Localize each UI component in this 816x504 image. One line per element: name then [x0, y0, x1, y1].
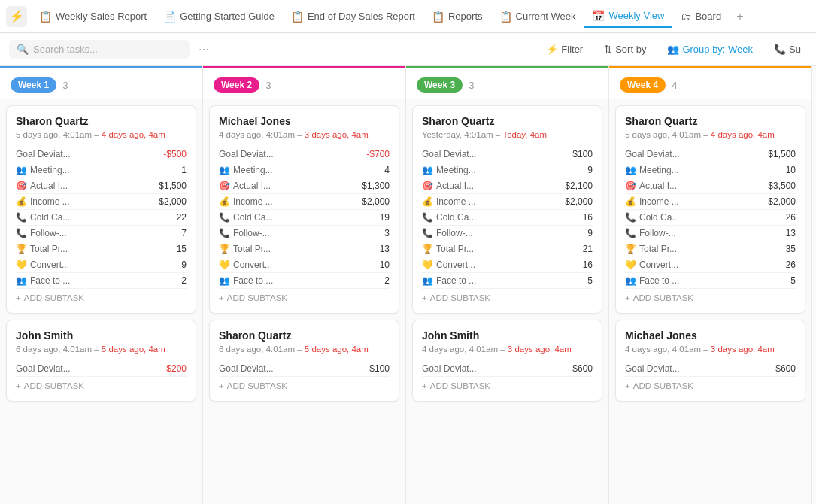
card-row-label: Goal Deviat...	[422, 363, 477, 374]
row-icon: 🎯	[219, 181, 230, 191]
task-card[interactable]: Sharon Quartz5 days ago, 4:01am – 4 days…	[615, 105, 805, 314]
subtask-button[interactable]: 📞 Su	[768, 41, 807, 58]
card-row-label: 👥Face to ...	[16, 275, 70, 286]
group-icon: 👥	[667, 44, 679, 55]
task-card[interactable]: John Smith4 days ago, 4:01am – 3 days ag…	[412, 320, 602, 402]
row-label-text: Actual I...	[639, 181, 677, 191]
search-box[interactable]: 🔍 Search tasks...	[9, 40, 190, 59]
tab-label: Getting Started Guide	[180, 11, 275, 22]
card-row-label: 📞Cold Ca...	[422, 212, 476, 223]
tab-reports[interactable]: 📋 Reports	[424, 6, 490, 27]
count-badge: 3	[265, 80, 271, 91]
card-row-value: $100	[572, 149, 593, 159]
tab-icon: 🗂	[681, 11, 691, 23]
task-card[interactable]: Sharon QuartzYesterday, 4:01am – Today, …	[412, 105, 602, 314]
tab-end-of-day[interactable]: 📋 End of Day Sales Report	[284, 6, 423, 27]
card-name: Michael Jones	[625, 329, 796, 342]
card-data-row: 👥Meeting...10	[625, 162, 796, 178]
tab-label: Reports	[448, 11, 483, 22]
sort-button[interactable]: ⇅ Sort by	[598, 41, 652, 58]
add-subtask-button[interactable]: + ADD SUBTASK	[219, 377, 390, 392]
card-row-label: 📞Follow-...	[219, 228, 270, 238]
task-card[interactable]: Sharon Quartz6 days ago, 4:01am – 5 days…	[209, 320, 399, 402]
card-row-value: 10	[786, 165, 796, 175]
card-row-value: 16	[583, 212, 593, 223]
card-row-value: 35	[786, 244, 796, 254]
tab-icon: 📋	[39, 11, 52, 23]
date-end: 3 days ago, 4am	[711, 345, 775, 354]
task-card[interactable]: Sharon Quartz5 days ago, 4:01am – 4 days…	[6, 105, 196, 314]
date-end: 4 days ago, 4am	[102, 130, 165, 139]
card-data-row: 👥Meeting...9	[422, 162, 593, 178]
add-subtask-button[interactable]: + ADD SUBTASK	[422, 289, 593, 304]
date-start: 4 days ago, 4:01am –	[422, 345, 508, 354]
more-options-button[interactable]: ···	[196, 43, 211, 56]
tab-board[interactable]: 🗂 Board	[673, 6, 729, 27]
card-data-row: 💰Income ...$2,000	[422, 194, 593, 210]
card-name: John Smith	[16, 329, 187, 342]
card-row-label: 👥Face to ...	[625, 275, 679, 286]
add-subtask-label: ADD SUBTASK	[227, 381, 287, 390]
add-subtask-button[interactable]: + ADD SUBTASK	[16, 289, 187, 304]
card-row-value: 13	[786, 228, 796, 238]
add-subtask-button[interactable]: + ADD SUBTASK	[625, 289, 796, 304]
count-badge: 3	[469, 80, 474, 91]
row-icon: 🏆	[219, 244, 230, 254]
card-row-value: $600	[572, 363, 593, 374]
card-row-label: 📞Follow-...	[625, 228, 676, 238]
plus-icon: +	[625, 381, 630, 390]
column-week-2: Week 23Michael Jones4 days ago, 4:01am –…	[203, 66, 406, 504]
tab-icon: 📄	[163, 11, 176, 23]
card-row-value: 10	[380, 260, 390, 270]
card-data-row: 🏆Total Pr...35	[625, 241, 796, 257]
tab-icon: 📋	[291, 11, 304, 23]
row-icon: 📞	[625, 228, 636, 238]
row-label-text: Cold Ca...	[30, 212, 70, 223]
filter-button[interactable]: ⚡ Filter	[540, 41, 589, 58]
card-row-label: Goal Deviat...	[16, 149, 71, 159]
group-by-button[interactable]: 👥 Group by: Week	[661, 41, 759, 58]
row-label-text: Goal Deviat...	[219, 363, 274, 374]
card-date: 5 days ago, 4:01am – 4 days ago, 4am	[16, 130, 187, 139]
task-card[interactable]: Michael Jones4 days ago, 4:01am – 3 days…	[209, 105, 399, 314]
card-data-row: 💛Convert...9	[16, 257, 187, 273]
card-row-value: 13	[380, 244, 390, 254]
add-subtask-button[interactable]: + ADD SUBTASK	[422, 377, 593, 392]
card-row-label: 🏆Total Pr...	[219, 244, 271, 254]
card-row-label: 👥Meeting...	[422, 165, 476, 175]
tab-label: End of Day Sales Report	[308, 11, 415, 22]
add-tab-button[interactable]: +	[730, 10, 749, 23]
column-body: Sharon QuartzYesterday, 4:01am – Today, …	[406, 99, 608, 504]
card-row-value: $2,000	[565, 196, 593, 207]
week-badge: Week 1	[11, 77, 56, 93]
add-subtask-button[interactable]: + ADD SUBTASK	[625, 377, 796, 392]
filter-icon: ⚡	[546, 44, 558, 55]
add-subtask-label: ADD SUBTASK	[633, 381, 693, 390]
card-row-value: $2,000	[768, 196, 796, 207]
row-label-text: Goal Deviat...	[422, 363, 477, 374]
row-label-text: Face to ...	[30, 275, 70, 286]
add-subtask-label: ADD SUBTASK	[227, 293, 287, 302]
add-subtask-button[interactable]: + ADD SUBTASK	[16, 377, 187, 392]
card-row-label: Goal Deviat...	[219, 363, 274, 374]
card-row-label: 💛Convert...	[16, 260, 69, 270]
row-label-text: Goal Deviat...	[422, 149, 477, 159]
task-card[interactable]: John Smith6 days ago, 4:01am – 5 days ag…	[6, 320, 196, 402]
row-label-text: Income ...	[30, 196, 70, 207]
card-row-value: 4	[384, 165, 390, 175]
card-data-row: 💛Convert...10	[219, 257, 390, 273]
row-label-text: Face to ...	[639, 275, 679, 286]
column-body: Michael Jones4 days ago, 4:01am – 3 days…	[203, 99, 405, 504]
card-row-value: 22	[177, 212, 187, 223]
row-label-text: Actual I...	[436, 181, 474, 191]
card-row-value: 7	[181, 228, 187, 238]
tab-weekly-sales[interactable]: 📋 Weekly Sales Report	[32, 6, 154, 27]
tab-weekly-view[interactable]: 📅 Weekly View	[584, 5, 672, 28]
tab-getting-started[interactable]: 📄 Getting Started Guide	[156, 6, 282, 27]
task-card[interactable]: Michael Jones4 days ago, 4:01am – 3 days…	[615, 320, 805, 402]
tab-current-week[interactable]: 📋 Current Week	[492, 6, 584, 27]
row-label-text: Follow-...	[233, 228, 270, 238]
row-icon: 👥	[422, 165, 433, 175]
add-subtask-button[interactable]: + ADD SUBTASK	[219, 289, 390, 304]
plus-icon: +	[219, 381, 224, 390]
